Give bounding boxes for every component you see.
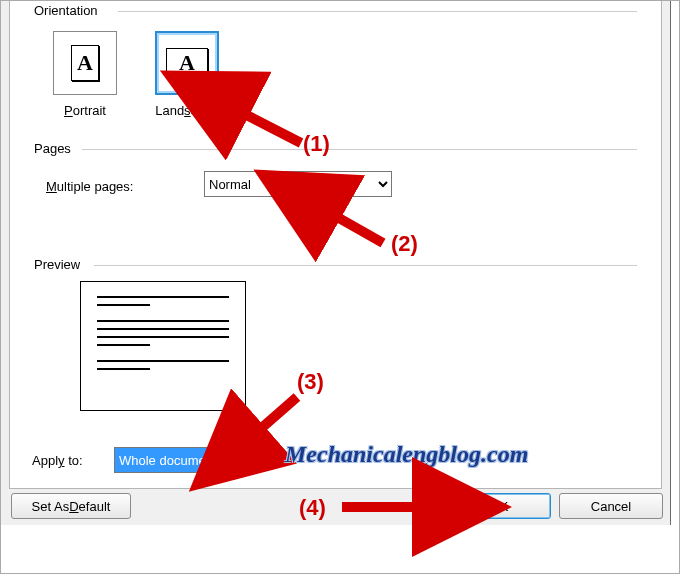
divider <box>94 265 637 266</box>
orientation-landscape[interactable]: A Landscape <box>148 31 226 118</box>
dialog-content: Orientation A Portrait A Landscape Pages <box>9 1 662 489</box>
ok-button[interactable]: OK <box>447 493 551 519</box>
cancel-button[interactable]: Cancel <box>559 493 663 519</box>
screenshot-stage: Orientation A Portrait A Landscape Pages <box>0 0 680 574</box>
set-as-default-button[interactable]: Set As Default <box>11 493 131 519</box>
orientation-group-label: Orientation <box>32 3 100 18</box>
divider <box>118 11 637 12</box>
landscape-label: Landscape <box>155 103 219 118</box>
apply-to-select[interactable]: Whole document <box>114 447 256 473</box>
portrait-label: Portrait <box>64 103 106 118</box>
portrait-icon: A <box>53 31 117 95</box>
apply-to-label: Apply to: <box>32 453 83 468</box>
orientation-options: A Portrait A Landscape <box>46 31 226 118</box>
page-glyph: A <box>166 48 208 78</box>
preview-group-label: Preview <box>32 257 82 272</box>
page-glyph: A <box>71 45 99 81</box>
divider <box>82 149 637 150</box>
page-setup-dialog: Orientation A Portrait A Landscape Pages <box>1 1 671 525</box>
landscape-icon: A <box>155 31 219 95</box>
orientation-portrait[interactable]: A Portrait <box>46 31 124 118</box>
preview-thumbnail <box>80 281 246 411</box>
pages-group-label: Pages <box>32 141 73 156</box>
apply-to-value: Whole document <box>115 448 234 472</box>
chevron-down-icon <box>234 448 255 472</box>
multiple-pages-label: Multiple pages: <box>46 179 133 194</box>
multiple-pages-select[interactable]: Normal <box>204 171 392 197</box>
